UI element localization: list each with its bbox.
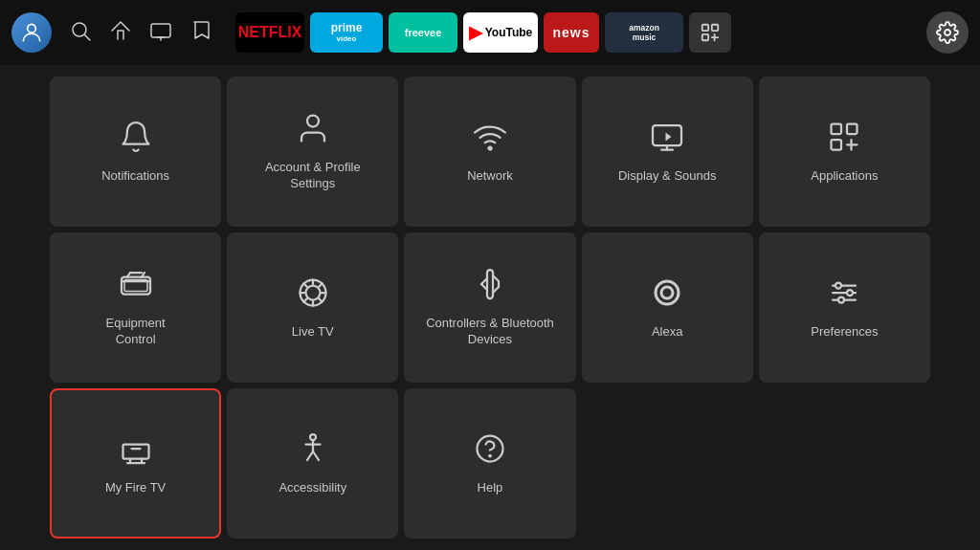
svg-line-38 <box>319 283 322 286</box>
svg-point-13 <box>307 116 319 127</box>
notifications-icon <box>119 120 153 159</box>
svg-point-1 <box>73 23 86 36</box>
app-freevee[interactable]: freevee <box>389 12 457 53</box>
equipment-control-label: EquipmentControl <box>106 316 166 348</box>
equipment-control-icon <box>119 267 153 306</box>
account-profile-label: Account & ProfileSettings <box>265 160 361 192</box>
top-nav: NETFLIX prime video freevee ▶ YouTube ne… <box>0 0 980 65</box>
grid-item-help[interactable]: Help <box>404 388 575 539</box>
home-icon[interactable] <box>109 19 132 47</box>
svg-point-51 <box>835 282 841 288</box>
svg-rect-7 <box>702 25 708 31</box>
avatar[interactable] <box>11 12 52 53</box>
grid-item-notifications[interactable]: Notifications <box>50 77 221 227</box>
applications-icon <box>827 120 861 159</box>
nav-left <box>11 12 212 53</box>
svg-point-52 <box>847 290 853 296</box>
svg-line-37 <box>319 298 322 301</box>
controllers-bluetooth-icon <box>473 267 507 306</box>
grid-item-accessibility[interactable]: Accessibility <box>227 388 398 539</box>
notifications-label: Notifications <box>101 168 169 185</box>
app-music[interactable]: amazonmusic <box>605 12 683 53</box>
my-fire-tv-label: My Fire TV <box>105 480 166 496</box>
bookmark-icon[interactable] <box>189 19 212 47</box>
svg-line-39 <box>303 298 306 301</box>
settings-grid: Notifications Account & ProfileSettings … <box>0 65 980 550</box>
live-tv-icon <box>296 275 330 315</box>
app-news[interactable]: news <box>544 12 599 53</box>
svg-line-2 <box>85 34 91 40</box>
live-tv-label: Live TV <box>292 324 334 341</box>
svg-rect-20 <box>847 123 858 134</box>
svg-point-64 <box>477 435 502 461</box>
app-netflix[interactable]: NETFLIX <box>235 12 304 53</box>
grid-item-network[interactable]: Network <box>404 77 575 227</box>
svg-point-31 <box>305 285 320 299</box>
svg-rect-9 <box>702 34 708 40</box>
alexa-label: Alexa <box>652 324 683 341</box>
preferences-label: Preferences <box>811 324 878 341</box>
settings-button[interactable] <box>926 11 969 54</box>
my-fire-tv-icon <box>119 431 153 471</box>
accessibility-label: Accessibility <box>278 480 346 496</box>
svg-point-14 <box>488 146 491 149</box>
svg-marker-18 <box>666 132 672 141</box>
grid-item-my-fire-tv[interactable]: My Fire TV <box>50 388 221 539</box>
app-youtube[interactable]: ▶ YouTube <box>463 12 538 53</box>
svg-line-62 <box>307 451 313 460</box>
svg-rect-21 <box>832 140 842 150</box>
controllers-bluetooth-label: Controllers & BluetoothDevices <box>426 316 554 348</box>
app-all-apps[interactable] <box>689 12 731 53</box>
svg-point-12 <box>945 30 950 35</box>
grid-item-applications[interactable]: Applications <box>759 77 930 227</box>
display-sounds-label: Display & Sounds <box>618 168 717 185</box>
help-label: Help <box>478 480 503 496</box>
accessibility-icon <box>296 431 330 471</box>
grid-item-equipment-control[interactable]: EquipmentControl <box>50 232 221 383</box>
display-sounds-icon <box>650 120 684 159</box>
app-prime[interactable]: prime video <box>310 12 383 53</box>
svg-rect-40 <box>487 270 493 298</box>
applications-label: Applications <box>811 168 878 185</box>
svg-point-47 <box>661 287 673 298</box>
grid-item-live-tv[interactable]: Live TV <box>227 232 398 383</box>
grid-item-alexa[interactable]: Alexa <box>582 232 753 383</box>
grid-item-preferences[interactable]: Preferences <box>759 232 930 383</box>
svg-rect-54 <box>122 444 148 458</box>
svg-point-46 <box>656 281 679 304</box>
svg-line-63 <box>313 451 319 460</box>
alexa-icon <box>650 275 684 315</box>
help-icon <box>473 431 507 471</box>
nav-apps: NETFLIX prime video freevee ▶ YouTube ne… <box>235 12 915 53</box>
svg-rect-8 <box>712 25 718 31</box>
grid-item-account-profile[interactable]: Account & ProfileSettings <box>227 77 398 227</box>
search-icon[interactable] <box>69 19 92 47</box>
network-icon <box>473 120 507 159</box>
svg-rect-4 <box>151 24 170 37</box>
network-label: Network <box>467 168 513 185</box>
account-profile-icon <box>296 111 330 150</box>
svg-point-0 <box>28 24 36 33</box>
tv-icon[interactable] <box>149 19 172 47</box>
grid-item-controllers-bluetooth[interactable]: Controllers & BluetoothDevices <box>404 232 575 383</box>
preferences-icon <box>827 275 861 315</box>
svg-point-53 <box>838 297 844 302</box>
svg-line-36 <box>303 283 306 286</box>
svg-rect-19 <box>832 123 842 134</box>
grid-item-display-sounds[interactable]: Display & Sounds <box>582 77 753 227</box>
